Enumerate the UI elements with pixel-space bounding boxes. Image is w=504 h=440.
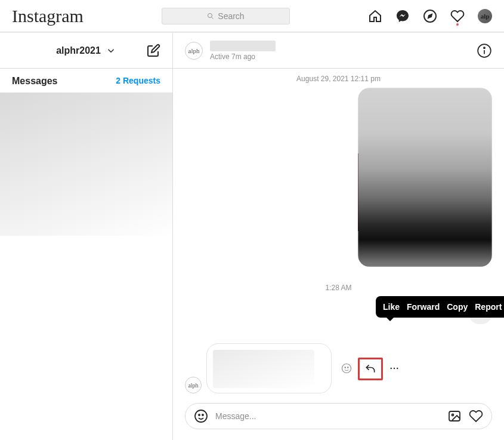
top-nav: Instagram Search alp [0,0,504,32]
svg-point-12 [397,368,398,369]
home-icon[interactable] [368,9,382,23]
message-input[interactable] [215,411,440,421]
account-switcher[interactable]: alphr2021 [56,45,116,56]
chevron-down-icon [106,45,116,56]
incoming-message[interactable] [206,343,332,393]
more-options-icon[interactable] [389,363,400,374]
date-separator: August 29, 2021 12:11 pm [185,75,492,83]
emoji-icon[interactable] [194,409,208,423]
messages-heading: Messages [12,76,58,87]
chat-contact-name[interactable] [210,41,276,51]
time-separator: 1:28 AM [185,284,492,292]
react-emoji-icon[interactable] [341,363,352,374]
instagram-logo[interactable]: Instagram [12,6,84,26]
svg-point-14 [199,414,200,416]
new-message-icon[interactable] [146,44,160,58]
svg-point-10 [391,368,392,369]
menu-copy[interactable]: Copy [447,302,468,312]
shared-post[interactable] [358,88,492,267]
svg-point-17 [452,414,454,416]
svg-point-7 [342,364,351,373]
profile-avatar[interactable]: alp [478,9,492,23]
svg-point-0 [208,13,212,17]
svg-rect-16 [449,411,460,421]
message-composer[interactable] [185,403,492,429]
search-placeholder: Search [218,11,244,21]
conversation-item[interactable] [0,93,172,236]
messenger-icon[interactable] [395,9,410,23]
svg-point-15 [202,414,203,416]
svg-point-8 [345,367,346,368]
notification-dot [456,23,459,26]
active-status: Active 7m ago [210,53,276,61]
svg-point-13 [195,410,207,422]
inbox-sidebar: alphr2021 Messages 2 Requests [0,33,173,440]
message-context-menu: Like Forward Copy Report [376,296,504,318]
reply-icon[interactable] [358,358,383,380]
menu-forward[interactable]: Forward [407,302,440,312]
chat-avatar[interactable]: alph [185,42,203,60]
explore-icon[interactable] [423,9,437,23]
conversation-info-icon[interactable] [477,43,492,59]
search-icon [207,13,214,20]
search-input[interactable]: Search [162,8,290,24]
svg-point-9 [348,367,349,368]
activity-heart-icon[interactable] [450,9,465,23]
like-heart-icon[interactable] [469,409,483,423]
photo-icon[interactable] [447,409,462,423]
sender-avatar[interactable]: alph [185,377,202,393]
menu-like[interactable]: Like [383,302,400,312]
svg-marker-3 [428,14,432,18]
svg-point-11 [394,368,395,369]
chat-panel: alph Active 7m ago August 29, 2021 12:11… [173,33,504,440]
menu-report[interactable]: Report [475,302,502,312]
svg-point-6 [484,47,485,48]
current-username: alphr2021 [56,45,101,56]
svg-line-1 [212,17,214,19]
requests-link[interactable]: 2 Requests [116,76,160,87]
